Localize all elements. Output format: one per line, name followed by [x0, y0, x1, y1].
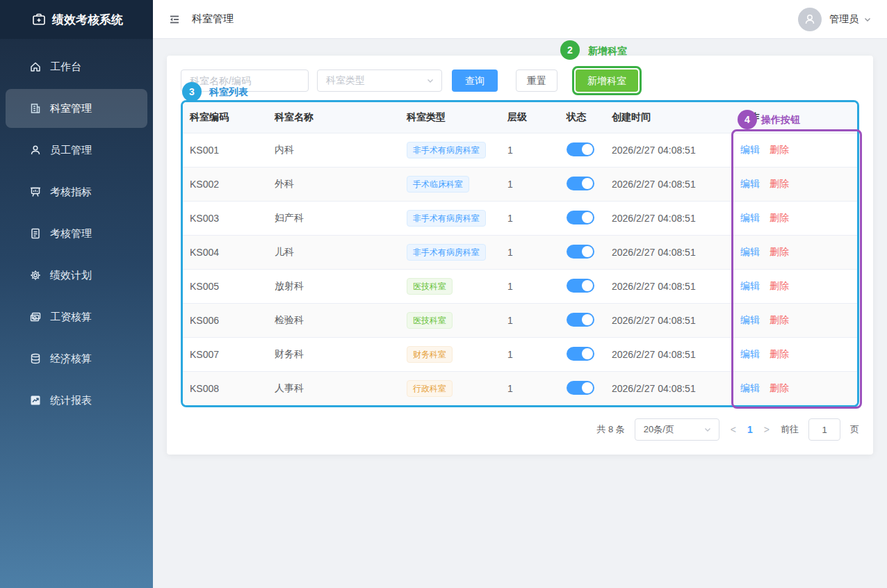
- dept-level: 1: [502, 145, 561, 156]
- dept-code: KS006: [183, 315, 269, 326]
- goto-page-input[interactable]: [808, 418, 840, 441]
- dept-type-select[interactable]: 科室类型: [317, 70, 442, 92]
- sidebar-item-department[interactable]: 科室管理: [6, 89, 147, 128]
- created-time: 2026/2/27 04:08:51: [606, 383, 735, 394]
- sidebar-item-employee[interactable]: 员工管理: [6, 131, 147, 170]
- delete-link[interactable]: 删除: [770, 212, 789, 223]
- status-toggle[interactable]: [567, 142, 594, 156]
- delete-link[interactable]: 删除: [770, 246, 789, 257]
- table-row: KS007财务科财务科室12026/2/27 04:08:51编辑删除: [183, 337, 857, 371]
- dept-code: KS002: [183, 179, 269, 190]
- edit-link[interactable]: 编辑: [740, 212, 760, 223]
- sidebar-item-label: 员工管理: [50, 144, 92, 157]
- sidebar-item-workbench[interactable]: 工作台: [6, 47, 147, 86]
- annotation-badge-add: 2: [560, 40, 580, 60]
- dept-level: 1: [502, 179, 561, 190]
- data-board-icon: [29, 186, 42, 198]
- search-button[interactable]: 查询: [452, 70, 498, 92]
- toggle-knob: [582, 314, 593, 325]
- dept-level: 1: [502, 281, 561, 292]
- table-row: KS005放射科医技科室12026/2/27 04:08:51编辑删除: [183, 269, 857, 303]
- edit-link[interactable]: 编辑: [740, 178, 760, 189]
- column-header: 科室名称: [269, 111, 401, 124]
- dept-level: 1: [502, 349, 561, 360]
- sidebar-item-report[interactable]: 统计报表: [6, 381, 147, 420]
- main-area: 科室管理 管理员 科室类型: [153, 0, 887, 588]
- user-avatar-icon: [803, 13, 817, 26]
- reset-button[interactable]: 重置: [516, 70, 558, 92]
- dept-type-tag: 非手术有病房科室: [407, 142, 486, 158]
- pagination: 共 8 条 20条/页 < 1 > 前往 页: [181, 418, 859, 441]
- app-root: 绩效考核系统 工作台科室管理员工管理考核指标考核管理绩效计划工资核算经济核算统计…: [0, 0, 887, 588]
- status-toggle[interactable]: [567, 177, 594, 190]
- status-toggle[interactable]: [567, 381, 594, 395]
- status-toggle[interactable]: [567, 245, 594, 259]
- table-body: KS001内科非手术有病房科室12026/2/27 04:08:51编辑删除KS…: [183, 133, 857, 405]
- edit-link[interactable]: 编辑: [740, 348, 760, 359]
- dept-level: 1: [502, 247, 561, 258]
- status-toggle[interactable]: [567, 347, 594, 361]
- dept-code: KS005: [183, 281, 269, 292]
- dept-type-tag: 非手术有病房科室: [407, 210, 486, 227]
- dept-name: 检验科: [269, 314, 401, 327]
- status-toggle[interactable]: [567, 279, 594, 293]
- trend-chart-icon: [29, 394, 42, 407]
- row-actions: 编辑删除: [735, 212, 857, 224]
- dept-name: 人事科: [269, 382, 401, 395]
- dept-code: KS007: [183, 349, 269, 360]
- home-icon: [29, 60, 42, 73]
- sidebar-item-plan[interactable]: 绩效计划: [6, 256, 147, 295]
- edit-link[interactable]: 编辑: [740, 246, 760, 257]
- page-size-value: 20条/页: [644, 423, 674, 436]
- gear-icon: [29, 269, 42, 281]
- prev-page-button[interactable]: <: [729, 424, 738, 435]
- annotation-badge-actions: 4: [738, 110, 757, 129]
- chevron-down-icon: [703, 425, 712, 434]
- add-department-button[interactable]: 新增科室: [576, 70, 638, 92]
- delete-link[interactable]: 删除: [770, 144, 789, 155]
- delete-link[interactable]: 删除: [770, 382, 789, 393]
- delete-link[interactable]: 删除: [770, 348, 789, 359]
- sidebar-item-label: 考核管理: [50, 227, 92, 240]
- dept-code: KS003: [183, 213, 269, 224]
- dept-type-tag: 非手术有病房科室: [407, 244, 486, 261]
- row-actions: 编辑删除: [735, 144, 857, 156]
- column-header: 层级: [502, 111, 561, 124]
- edit-link[interactable]: 编辑: [740, 144, 760, 155]
- status-toggle[interactable]: [567, 313, 594, 327]
- delete-link[interactable]: 删除: [770, 280, 789, 291]
- app-title: 绩效考核系统: [52, 12, 123, 28]
- sidebar-item-assessment[interactable]: 考核管理: [6, 214, 147, 253]
- sidebar-item-label: 统计报表: [50, 394, 92, 407]
- row-actions: 编辑删除: [735, 382, 857, 395]
- created-time: 2026/2/27 04:08:51: [606, 315, 735, 326]
- toggle-knob: [582, 280, 593, 291]
- avatar[interactable]: [798, 8, 822, 31]
- sidebar-item-indicator[interactable]: 考核指标: [6, 172, 147, 211]
- user-name[interactable]: 管理员: [829, 13, 858, 26]
- dept-name: 外科: [269, 178, 401, 190]
- breadcrumb: 科室管理: [192, 13, 234, 26]
- page-size-select[interactable]: 20条/页: [635, 418, 719, 441]
- delete-link[interactable]: 删除: [770, 178, 789, 189]
- edit-link[interactable]: 编辑: [740, 314, 760, 325]
- dept-type-tag: 医技科室: [407, 278, 453, 295]
- dept-name: 妇产科: [269, 212, 401, 224]
- chevron-down-icon[interactable]: [863, 15, 872, 24]
- edit-link[interactable]: 编辑: [740, 382, 760, 393]
- table-row: KS008人事科行政科室12026/2/27 04:08:51编辑删除: [183, 371, 857, 405]
- column-header: 状态: [561, 111, 606, 124]
- edit-link[interactable]: 编辑: [740, 280, 760, 291]
- sidebar-item-salary[interactable]: 工资核算: [6, 297, 147, 336]
- current-page[interactable]: 1: [747, 424, 753, 435]
- sidebar-item-economy[interactable]: 经济核算: [6, 339, 147, 378]
- dept-type-tag: 医技科室: [407, 312, 453, 329]
- content-area: 科室类型 查询 重置 新增科室 科室编码科室名称科室类型层级状态创建时间操作 K…: [153, 39, 887, 588]
- row-actions: 编辑删除: [735, 314, 857, 327]
- delete-link[interactable]: 删除: [770, 314, 789, 325]
- money-icon: [29, 311, 42, 323]
- next-page-button[interactable]: >: [763, 424, 771, 435]
- chevron-down-icon: [426, 76, 434, 85]
- status-toggle[interactable]: [567, 211, 594, 224]
- sidebar-fold-icon[interactable]: [168, 13, 181, 26]
